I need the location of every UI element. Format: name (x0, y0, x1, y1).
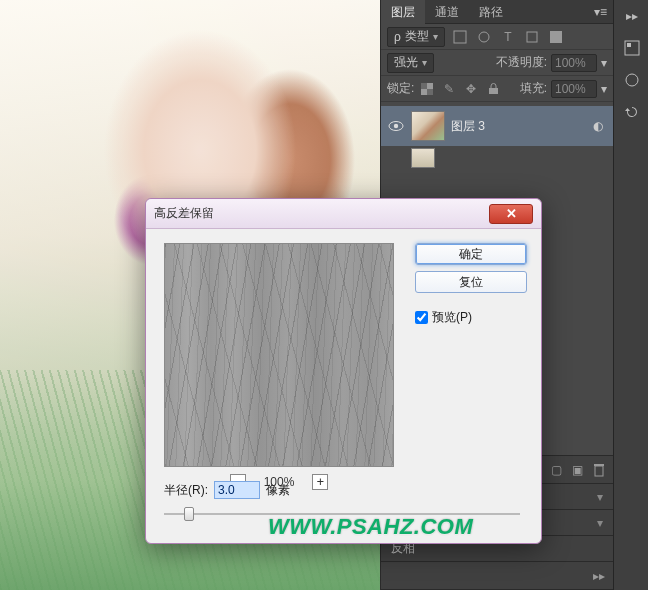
lock-transparent-icon[interactable] (418, 80, 436, 98)
collapse-icon[interactable]: ▸▸ (593, 569, 605, 583)
layer-thumbnail-partial (411, 148, 435, 168)
filter-row: ρ类型▾ T (381, 24, 613, 50)
tab-paths[interactable]: 路径 (469, 0, 513, 24)
opacity-field[interactable]: 100% (551, 54, 597, 72)
dialog-title: 高反差保留 (154, 205, 214, 222)
layer-fx-icon[interactable]: ◐ (589, 119, 607, 133)
new-layer-icon[interactable]: ▣ (572, 463, 583, 477)
folder-icon[interactable]: ▢ (551, 463, 562, 477)
ok-button[interactable]: 确定 (415, 243, 527, 265)
layer-row[interactable]: 图层 3 ◐ (381, 106, 613, 146)
svg-rect-10 (489, 88, 498, 94)
svg-rect-3 (454, 31, 466, 43)
svg-rect-6 (550, 31, 562, 43)
lock-row: 锁定: ✎ ✥ 填充: 100% ▾ (381, 76, 613, 102)
high-pass-dialog: 高反差保留 ✕ - 100% + 确定 复位 预览(P) 半径(R): 像素 (145, 198, 542, 544)
lock-label: 锁定: (387, 80, 414, 97)
adjust-icon[interactable] (614, 64, 648, 96)
filter-pixel-icon[interactable] (451, 28, 469, 46)
blend-mode-select[interactable]: 强光▾ (387, 53, 434, 73)
tab-channels[interactable]: 通道 (425, 0, 469, 24)
svg-rect-13 (595, 466, 603, 476)
layer-list: 图层 3 ◐ (381, 102, 613, 172)
kind-filter[interactable]: ρ类型▾ (387, 27, 445, 47)
lock-move-icon[interactable]: ✥ (462, 80, 480, 98)
chevron-down-icon[interactable]: ▾ (601, 82, 607, 96)
svg-point-12 (394, 124, 398, 128)
close-button[interactable]: ✕ (489, 204, 533, 224)
chevron-down-icon[interactable]: ▾ (601, 56, 607, 70)
watermark-text: WWW.PSAHZ.COM (268, 514, 473, 540)
filter-smart-icon[interactable] (547, 28, 565, 46)
lock-brush-icon[interactable]: ✎ (440, 80, 458, 98)
reset-button[interactable]: 复位 (415, 271, 527, 293)
swatches-icon[interactable] (614, 32, 648, 64)
preview-checkbox-row[interactable]: 预览(P) (415, 309, 527, 326)
radius-input[interactable] (214, 481, 260, 499)
radius-row: 半径(R): 像素 (164, 481, 290, 499)
slider-thumb[interactable] (184, 507, 194, 521)
svg-rect-8 (421, 83, 427, 89)
visibility-eye-icon[interactable] (387, 117, 405, 135)
history-icon[interactable] (614, 96, 648, 128)
opacity-label: 不透明度: (496, 54, 547, 71)
svg-rect-9 (427, 89, 433, 95)
filter-type-icon[interactable]: T (499, 28, 517, 46)
radius-unit: 像素 (266, 482, 290, 499)
svg-rect-1 (627, 43, 631, 47)
lock-all-icon[interactable] (484, 80, 502, 98)
layer-name[interactable]: 图层 3 (451, 118, 485, 135)
chevron-down-icon: ▾ (422, 57, 427, 68)
tool-rail: ▸▸ (613, 0, 648, 590)
radius-label: 半径(R): (164, 482, 208, 499)
filter-preview[interactable] (164, 243, 394, 467)
blend-row: 强光▾ 不透明度: 100% ▾ (381, 50, 613, 76)
panel-tab-bar: 图层 通道 路径 ▾≡ (381, 0, 613, 24)
filter-shape-icon[interactable] (523, 28, 541, 46)
layer-thumbnail[interactable] (411, 111, 445, 141)
rail-collapse-icon[interactable]: ▸▸ (614, 0, 648, 32)
svg-point-2 (626, 74, 638, 86)
dialog-titlebar[interactable]: 高反差保留 ✕ (146, 199, 541, 229)
trash-icon[interactable] (593, 463, 605, 477)
fill-field[interactable]: 100% (551, 80, 597, 98)
chevron-down-icon: ▾ (433, 31, 438, 42)
svg-rect-5 (527, 32, 537, 42)
svg-point-4 (479, 32, 489, 42)
panel-menu-icon[interactable]: ▾≡ (588, 5, 613, 19)
preview-checkbox[interactable] (415, 311, 428, 324)
fill-label: 填充: (520, 80, 547, 97)
panel-footer-2: ▸▸ (381, 562, 613, 590)
preview-checkbox-label: 预览(P) (432, 309, 472, 326)
tab-layers[interactable]: 图层 (381, 0, 425, 24)
filter-adjust-icon[interactable] (475, 28, 493, 46)
svg-rect-14 (594, 464, 604, 466)
zoom-in-button[interactable]: + (312, 474, 328, 490)
